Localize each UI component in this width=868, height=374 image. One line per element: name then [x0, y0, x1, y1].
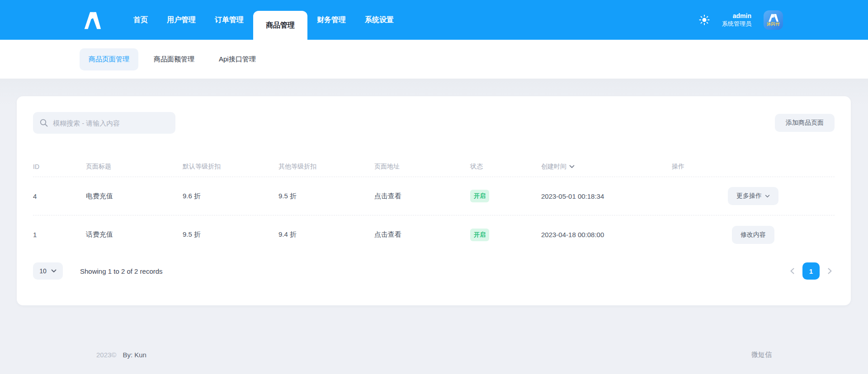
cell-title: 电费充值	[86, 192, 183, 201]
cell-other-discount: 9.5 折	[278, 192, 374, 201]
col-header-actions: 操作	[672, 163, 835, 171]
search-icon	[39, 118, 48, 127]
subtab-product-pages[interactable]: 商品页面管理	[80, 48, 138, 70]
sort-chevron-down-icon	[569, 165, 575, 168]
col-header-created-label: 创建时间	[541, 163, 566, 171]
avatar-brand-text: 沐闪付	[767, 22, 780, 26]
nav-item-settings[interactable]: 系统设置	[355, 0, 403, 40]
col-header-created-sort[interactable]: 创建时间	[541, 163, 672, 171]
nav-item-home[interactable]: 首页	[124, 0, 157, 40]
theme-toggle-button[interactable]	[699, 14, 710, 25]
search-input[interactable]	[53, 119, 169, 127]
table-row: 4 电费充值 9.6 折 9.5 折 点击查看 开启 2023-05-01 00…	[33, 177, 835, 215]
top-navbar: 首页 用户管理 订单管理 商品管理 财务管理 系统设置 admin 系统管理员	[0, 0, 868, 40]
add-product-page-button[interactable]: 添加商品页面	[775, 114, 835, 132]
page-size-select[interactable]: 10	[33, 262, 63, 280]
pagination-controls: 1	[788, 262, 835, 280]
cell-page-address-link[interactable]: 点击查看	[374, 192, 470, 201]
col-header-address: 页面地址	[374, 163, 470, 171]
user-role: 系统管理员	[722, 20, 751, 28]
col-header-id: ID	[33, 163, 86, 170]
cell-page-address-link[interactable]: 点击查看	[374, 230, 470, 239]
col-header-default-discount: 默认等级折扣	[183, 163, 278, 171]
main-content: 添加商品页面 ID 页面标题 默认等级折扣 其他等级折扣 页面地址 状态 创建时…	[0, 79, 868, 374]
cell-status: 开启	[470, 229, 541, 241]
sun-icon	[699, 14, 710, 25]
nav-item-products[interactable]: 商品管理	[253, 11, 307, 40]
page-footer: 2023©By: Kun 微短信	[17, 351, 851, 359]
footer-sms-link[interactable]: 微短信	[751, 351, 772, 359]
nav-item-users[interactable]: 用户管理	[157, 0, 205, 40]
edit-content-button[interactable]: 修改内容	[732, 226, 774, 244]
card-toolbar: 添加商品页面	[33, 112, 835, 134]
chevron-right-icon	[828, 268, 832, 274]
col-header-other-discount: 其他等级折扣	[278, 163, 374, 171]
footer-byline: By: Kun	[123, 351, 146, 359]
table-header-row: ID 页面标题 默认等级折扣 其他等级折扣 页面地址 状态 创建时间 操作	[33, 156, 835, 177]
cell-status: 开启	[470, 190, 541, 202]
chevron-down-icon	[765, 195, 770, 198]
next-page-button[interactable]	[825, 265, 835, 277]
chevron-left-icon	[790, 268, 794, 274]
product-pages-table: ID 页面标题 默认等级折扣 其他等级折扣 页面地址 状态 创建时间 操作 4	[33, 156, 835, 254]
user-info[interactable]: admin 系统管理员	[722, 12, 751, 28]
avatar-logo-m-icon	[768, 14, 779, 22]
avatar[interactable]: 沐闪付	[764, 10, 783, 30]
cell-other-discount: 9.4 折	[278, 230, 374, 239]
page-number-button[interactable]: 1	[802, 262, 820, 280]
cell-default-discount: 9.6 折	[183, 192, 278, 201]
user-name: admin	[722, 12, 751, 20]
chevron-down-icon	[51, 269, 57, 273]
cell-default-discount: 9.5 折	[183, 230, 278, 239]
cell-id: 1	[33, 231, 86, 238]
col-header-status: 状态	[470, 163, 541, 171]
prev-page-button[interactable]	[788, 265, 797, 277]
nav-item-orders[interactable]: 订单管理	[205, 0, 253, 40]
product-pages-card: 添加商品页面 ID 页面标题 默认等级折扣 其他等级折扣 页面地址 状态 创建时…	[17, 96, 851, 305]
status-badge: 开启	[470, 190, 489, 202]
footer-copyright: 2023©By: Kun	[96, 351, 146, 359]
main-nav: 首页 用户管理 订单管理 商品管理 财务管理 系统设置	[124, 0, 403, 40]
topbar-right: admin 系统管理员 沐闪付	[699, 0, 783, 40]
logo-m-icon	[82, 10, 103, 29]
more-actions-button[interactable]: 更多操作	[728, 187, 778, 205]
subnav: 商品页面管理 商品面额管理 Api接口管理	[0, 40, 868, 79]
search-box	[33, 112, 175, 134]
app-logo[interactable]	[82, 0, 103, 40]
cell-id: 4	[33, 192, 86, 200]
cell-actions: 修改内容	[672, 226, 835, 244]
pagination-bar: 10 Showing 1 to 2 of 2 records 1	[33, 262, 835, 280]
subtab-product-denominations[interactable]: 商品面额管理	[145, 48, 203, 70]
page-size-value: 10	[39, 267, 47, 275]
table-body: 4 电费充值 9.6 折 9.5 折 点击查看 开启 2023-05-01 00…	[33, 177, 835, 254]
table-row: 1 话费充值 9.5 折 9.4 折 点击查看 开启 2023-04-18 00…	[33, 215, 835, 254]
edit-content-label: 修改内容	[741, 231, 766, 239]
col-header-title: 页面标题	[86, 163, 183, 171]
status-badge: 开启	[470, 229, 489, 241]
more-actions-label: 更多操作	[736, 192, 762, 200]
cell-created-at: 2023-05-01 00:18:34	[541, 192, 672, 200]
subtab-api-management[interactable]: Api接口管理	[210, 48, 265, 70]
cell-actions: 更多操作	[672, 187, 835, 205]
footer-year: 2023©	[96, 351, 116, 359]
pagination-summary: Showing 1 to 2 of 2 records	[80, 267, 163, 275]
cell-created-at: 2023-04-18 00:08:00	[541, 231, 672, 238]
nav-item-finance[interactable]: 财务管理	[307, 0, 355, 40]
cell-title: 话费充值	[86, 230, 183, 239]
